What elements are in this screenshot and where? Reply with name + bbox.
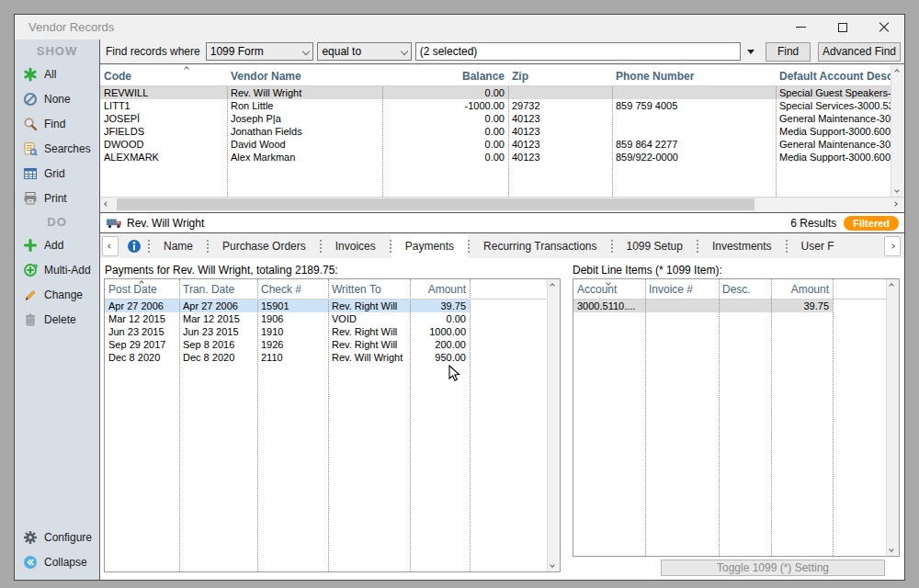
- column-header-vendor-name[interactable]: Vendor Name: [227, 70, 382, 85]
- cell-amount: 1000.00: [410, 325, 470, 338]
- sidebar-item-label: Searches: [44, 142, 91, 155]
- scroll-down-icon: [894, 187, 900, 193]
- column-header-balance[interactable]: Balance: [382, 70, 508, 85]
- find-button[interactable]: Find: [766, 42, 811, 62]
- cell-check: 15901: [257, 300, 328, 312]
- tab-recurring-transactions[interactable]: Recurring Transactions: [470, 234, 610, 258]
- scroll-icon: [23, 141, 38, 156]
- sidebar-item-all[interactable]: All: [15, 62, 99, 86]
- column-header-check[interactable]: Check #: [257, 283, 328, 299]
- cell-vendor-name: David Wood: [227, 138, 382, 151]
- tabs-scroll-left-button[interactable]: [102, 236, 119, 256]
- column-header-amount[interactable]: Amount: [410, 283, 470, 299]
- column-header-code[interactable]: Code: [100, 70, 227, 85]
- sidebar-item-none[interactable]: None: [15, 86, 99, 111]
- maximize-icon: [838, 23, 847, 32]
- cell-invoice: [645, 300, 719, 312]
- gear-icon: [23, 530, 38, 545]
- payments-vertical-scrollbar[interactable]: [547, 279, 560, 571]
- cell-amount: 39.75: [410, 300, 470, 312]
- filtered-badge[interactable]: Filtered: [844, 216, 899, 231]
- column-header-account[interactable]: Account: [573, 283, 645, 299]
- column-header-written-to[interactable]: Written To: [328, 283, 410, 299]
- payment-row[interactable]: Apr 27 2006 Apr 27 2006 15901 Rev. Right…: [105, 300, 470, 312]
- cell-default-account: General Maintenance-300: [776, 112, 891, 125]
- cell-amount: 950.00: [410, 351, 470, 364]
- payment-row[interactable]: Jun 23 2015 Jun 23 2015 1910 Rev. Right …: [105, 325, 560, 338]
- cell-default-account: Media Support-3000.6008: [776, 151, 891, 164]
- advanced-find-button[interactable]: Advanced Find: [818, 42, 901, 62]
- cell-phone: [612, 125, 776, 138]
- column-header-desc[interactable]: Desc.: [719, 283, 771, 299]
- payment-row[interactable]: Mar 12 2015 Mar 12 2015 1906 VOID 0.00: [105, 312, 560, 325]
- tab-investments[interactable]: Investments: [698, 234, 786, 258]
- table-row[interactable]: LITT1 Ron Little -1000.00 29732 859 759 …: [100, 99, 891, 112]
- table-row[interactable]: ALEXMARK Alex Markman 0.00 40123 859/922…: [100, 151, 891, 164]
- sidebar-item-label: None: [44, 93, 71, 106]
- sidebar-item-change[interactable]: Change: [15, 282, 99, 307]
- chevron-left-icon: [108, 243, 113, 249]
- sidebar-item-searches[interactable]: Searches: [15, 136, 99, 161]
- maximize-button[interactable]: [822, 15, 863, 40]
- cell-balance: 0.00: [382, 138, 508, 151]
- cell-zip: 29732: [508, 99, 612, 112]
- sidebar-item-collapse[interactable]: Collapse: [15, 549, 99, 574]
- scroll-left-icon: [104, 201, 109, 207]
- tab-1099-setup[interactable]: 1099 Setup: [613, 234, 697, 258]
- sidebar-item-label: Collapse: [44, 556, 87, 569]
- find-operator-value: equal to: [322, 45, 397, 58]
- table-row[interactable]: JFIELDS Jonathan Fields 0.00 40123 Media…: [100, 125, 891, 138]
- sidebar-item-label: Find: [44, 118, 65, 130]
- close-button[interactable]: [863, 15, 904, 40]
- cell-amount: 200.00: [410, 338, 470, 351]
- sidebar-item-delete[interactable]: Delete: [15, 307, 99, 332]
- tab-purchase-orders[interactable]: Purchase Orders: [209, 234, 320, 258]
- table-row[interactable]: REVWILL Rev. Will Wright 0.00 Special Gu…: [100, 86, 891, 99]
- find-value-input[interactable]: [415, 42, 741, 61]
- tab-name[interactable]: Name: [150, 234, 207, 258]
- sidebar-item-multi-add[interactable]: Multi-Add: [15, 257, 99, 282]
- column-header-amount[interactable]: Amount: [771, 283, 833, 299]
- tab-payments[interactable]: Payments: [391, 234, 468, 258]
- find-value-dropdown-button[interactable]: [744, 42, 756, 61]
- sidebar-item-configure[interactable]: Configure: [15, 525, 99, 549]
- find-operator-dropdown[interactable]: equal to: [317, 42, 411, 61]
- toggle-1099-button[interactable]: Toggle 1099 (*) Setting: [661, 560, 885, 576]
- payments-panel-title: Payments for Rev. Will Wright, totaling …: [105, 264, 338, 277]
- debit-vertical-scrollbar[interactable]: [886, 279, 899, 556]
- table-row[interactable]: DWOOD David Wood 0.00 40123 859 864 2277…: [100, 138, 891, 151]
- cell-post-date: Jun 23 2015: [105, 325, 179, 338]
- sidebar-item-label: Add: [44, 239, 63, 252]
- scrollbar-thumb[interactable]: [117, 198, 754, 210]
- find-field-dropdown[interactable]: 1099 Form: [206, 42, 314, 61]
- column-header-default-account[interactable]: Default Account Desc: [776, 70, 891, 85]
- tab-invoices[interactable]: Invoices: [322, 234, 390, 258]
- column-header-tran-date[interactable]: Tran. Date: [179, 283, 257, 299]
- sidebar: SHOW All None Find Searches Grid Print D…: [15, 40, 100, 580]
- records-vertical-scrollbar[interactable]: [891, 65, 904, 197]
- sidebar-item-find[interactable]: Find: [15, 111, 99, 136]
- debit-row[interactable]: 3000.5110.... 39.75: [573, 300, 833, 312]
- column-header-phone[interactable]: Phone Number: [612, 70, 776, 85]
- tab-user-fields[interactable]: User F: [788, 234, 848, 258]
- cell-phone: 859 759 4005: [612, 99, 776, 112]
- record-info-button[interactable]: [120, 234, 148, 258]
- sidebar-item-grid[interactable]: Grid: [15, 161, 99, 186]
- cell-default-account: Special Guest Speakers-3: [776, 86, 891, 99]
- minimize-button[interactable]: [780, 15, 822, 40]
- sidebar-item-add[interactable]: Add: [15, 232, 99, 257]
- tabs-scroll-right-button[interactable]: [884, 236, 901, 256]
- table-row[interactable]: JOSEPÎ Joseph P|a 0.00 40123 General Mai…: [100, 112, 891, 125]
- records-horizontal-scrollbar[interactable]: [100, 197, 904, 211]
- column-header-zip[interactable]: Zip: [508, 70, 612, 85]
- payment-row[interactable]: Dec 8 2020 Dec 8 2020 2110 Rev. Will Wri…: [105, 351, 560, 364]
- sidebar-item-label: Multi-Add: [44, 264, 91, 277]
- payment-row[interactable]: Sep 29 2017 Sep 8 2016 1926 Rev. Right W…: [105, 338, 560, 351]
- column-header-invoice[interactable]: Invoice #: [645, 283, 719, 299]
- column-header-post-date[interactable]: Post Date: [105, 283, 179, 299]
- column-divider: [833, 279, 834, 556]
- cell-tran-date: Mar 12 2015: [179, 312, 257, 325]
- sidebar-item-print[interactable]: Print: [15, 186, 99, 210]
- cell-check: 1926: [257, 338, 328, 351]
- cell-zip: [508, 86, 612, 99]
